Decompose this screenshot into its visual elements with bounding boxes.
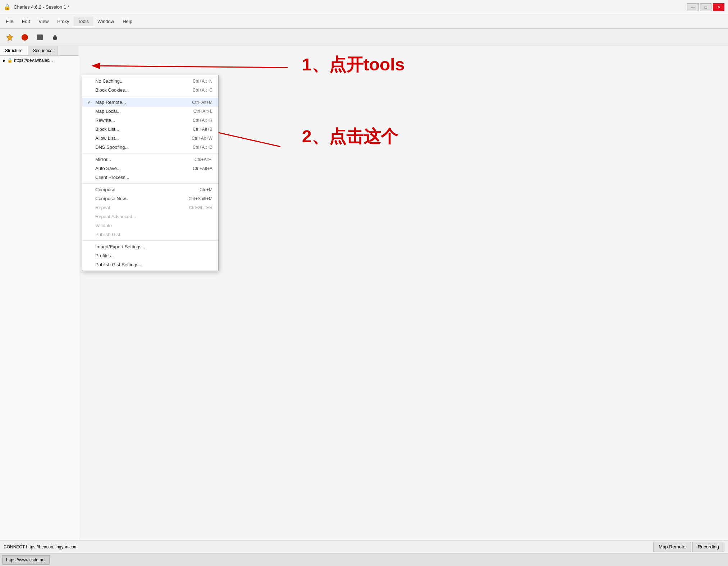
record-icon: [21, 33, 29, 41]
app-icon: 🔒: [4, 4, 11, 10]
taskbar-item-label: https://www.csdn.net: [6, 557, 46, 562]
mirror-shortcut: Ctrl+Alt+I: [194, 157, 212, 162]
menu-publish-gist-settings[interactable]: Publish Gist Settings...: [82, 260, 218, 269]
pin-icon: [6, 33, 14, 41]
compose-new-shortcut: Ctrl+Shift+M: [188, 196, 212, 201]
rewrite-shortcut: Ctrl+Alt+R: [193, 118, 212, 123]
publish-gist-label: Publish Gist: [95, 232, 120, 237]
maximize-button[interactable]: □: [700, 3, 711, 11]
sidebar: Structure Sequence ▶ 🔒 https://dev.iwhal…: [0, 46, 79, 566]
separator-4: [82, 240, 218, 241]
map-local-shortcut: Ctrl+Alt+L: [193, 109, 212, 114]
svg-rect-2: [37, 34, 43, 40]
menu-compose[interactable]: Compose Ctrl+M: [82, 185, 218, 194]
title-bar-left: 🔒 Charles 4.6.2 - Session 1 *: [4, 4, 69, 10]
no-caching-shortcut: Ctrl+Alt+N: [193, 79, 212, 84]
menu-import-export[interactable]: Import/Export Settings...: [82, 242, 218, 251]
repeat-advanced-label: Repeat Advanced...: [95, 214, 136, 219]
publish-gist-settings-label: Publish Gist Settings...: [95, 262, 142, 267]
block-list-label: Block List...: [95, 126, 119, 132]
tab-sequence[interactable]: Sequence: [28, 46, 58, 55]
menu-validate: Validate: [82, 221, 218, 230]
block-list-shortcut: Ctrl+Alt+B: [193, 127, 212, 132]
toolbar-record-btn[interactable]: [18, 31, 32, 44]
block-cookies-shortcut: Ctrl+Alt+C: [193, 88, 212, 93]
menu-proxy[interactable]: Proxy: [53, 17, 73, 26]
menu-allow-list[interactable]: Allow List... Ctrl+Alt+W: [82, 134, 218, 143]
menu-client-process[interactable]: Client Process...: [82, 173, 218, 182]
separator-1: [82, 96, 218, 96]
map-remote-label: Map Remote...: [95, 100, 126, 105]
title-bar: 🔒 Charles 4.6.2 - Session 1 * — □ ✕: [0, 0, 728, 14]
menu-repeat: Repeat Ctrl+Shift+R: [82, 203, 218, 212]
status-buttons: Map Remote Recording: [653, 542, 724, 552]
recording-status-button[interactable]: Recording: [692, 542, 724, 552]
menu-file[interactable]: File: [1, 17, 18, 26]
menu-compose-new[interactable]: Compose New... Ctrl+Shift+M: [82, 194, 218, 203]
svg-point-4: [54, 35, 56, 37]
repeat-shortcut: Ctrl+Shift+R: [189, 205, 212, 210]
compose-label: Compose: [95, 187, 115, 192]
svg-marker-0: [6, 34, 13, 41]
dns-spoofing-shortcut: Ctrl+Alt+D: [193, 145, 212, 150]
toolbar-stop-btn[interactable]: [33, 31, 47, 44]
close-button[interactable]: ✕: [713, 3, 724, 11]
menu-window[interactable]: Window: [93, 17, 118, 26]
sidebar-tabs: Structure Sequence: [0, 46, 79, 56]
tab-structure[interactable]: Structure: [0, 46, 28, 55]
taskbar: https://www.csdn.net: [0, 553, 728, 566]
menu-block-cookies[interactable]: Block Cookies... Ctrl+Alt+C: [82, 86, 218, 95]
tools-dropdown-menu: No Caching... Ctrl+Alt+N Block Cookies..…: [82, 75, 219, 271]
menu-auto-save[interactable]: Auto Save... Ctrl+Alt+A: [82, 164, 218, 173]
map-remote-status-button[interactable]: Map Remote: [653, 542, 691, 552]
separator-2: [82, 153, 218, 153]
toolbar: [0, 29, 728, 46]
separator-3: [82, 183, 218, 184]
stop-icon: [36, 33, 44, 41]
toolbar-turtle-btn[interactable]: [48, 31, 62, 44]
menu-block-list[interactable]: Block List... Ctrl+Alt+B: [82, 125, 218, 134]
no-caching-label: No Caching...: [95, 78, 124, 84]
status-bar: CONNECT https://beacon.tingyun.com Map R…: [0, 540, 728, 553]
menu-help[interactable]: Help: [118, 17, 137, 26]
map-local-label: Map Local...: [95, 109, 121, 114]
taskbar-item[interactable]: https://www.csdn.net: [2, 555, 50, 565]
svg-point-1: [22, 34, 28, 41]
menu-mirror[interactable]: Mirror... Ctrl+Alt+I: [82, 155, 218, 164]
validate-label: Validate: [95, 223, 112, 228]
menu-rewrite[interactable]: Rewrite... Ctrl+Alt+R: [82, 116, 218, 125]
map-remote-shortcut: Ctrl+Alt+M: [192, 100, 212, 105]
sidebar-tree-item[interactable]: ▶ 🔒 https://dev.iwhalec...: [1, 57, 77, 64]
menu-view[interactable]: View: [34, 17, 53, 26]
toolbar-pin-btn[interactable]: [3, 31, 17, 44]
menu-dns-spoofing[interactable]: DNS Spoofing... Ctrl+Alt+D: [82, 143, 218, 152]
menu-map-remote[interactable]: Map Remote... Ctrl+Alt+M: [82, 98, 218, 107]
mirror-label: Mirror...: [95, 157, 111, 162]
lock-icon: 🔒: [7, 58, 13, 63]
compose-shortcut: Ctrl+M: [200, 187, 212, 192]
menu-repeat-advanced: Repeat Advanced...: [82, 212, 218, 221]
profiles-label: Profiles...: [95, 253, 115, 258]
allow-list-label: Allow List...: [95, 135, 119, 141]
dns-spoofing-label: DNS Spoofing...: [95, 144, 129, 150]
minimize-button[interactable]: —: [687, 3, 699, 11]
menu-no-caching[interactable]: No Caching... Ctrl+Alt+N: [82, 77, 218, 86]
compose-new-label: Compose New...: [95, 196, 129, 201]
menu-edit[interactable]: Edit: [18, 17, 34, 26]
annotation-step1: 1、点开tools: [302, 53, 404, 76]
svg-line-5: [93, 66, 288, 68]
client-process-label: Client Process...: [95, 175, 129, 180]
menu-tools[interactable]: Tools: [74, 17, 93, 27]
rewrite-label: Rewrite...: [95, 118, 115, 123]
sidebar-content: ▶ 🔒 https://dev.iwhalec...: [0, 56, 79, 555]
menu-map-local[interactable]: Map Local... Ctrl+Alt+L: [82, 107, 218, 116]
expand-icon: ▶: [3, 59, 6, 63]
import-export-label: Import/Export Settings...: [95, 244, 145, 249]
menu-profiles[interactable]: Profiles...: [82, 251, 218, 260]
block-cookies-label: Block Cookies...: [95, 87, 129, 93]
sidebar-item-label: https://dev.iwhalec...: [14, 58, 53, 63]
menu-bar: File Edit View Proxy Tools Window Help: [0, 14, 728, 29]
menu-publish-gist: Publish Gist: [82, 230, 218, 239]
title-bar-controls: — □ ✕: [687, 3, 724, 11]
auto-save-label: Auto Save...: [95, 166, 121, 171]
